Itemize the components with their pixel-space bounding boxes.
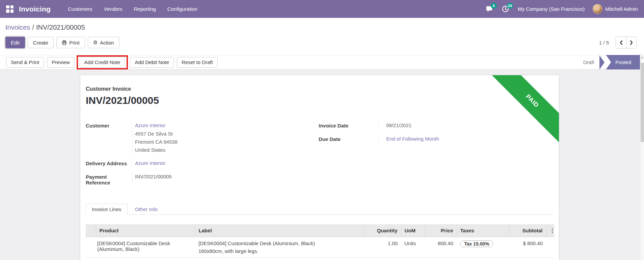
- scrollbar-thumb[interactable]: [641, 63, 644, 142]
- invoice-date-label: Invoice Date: [319, 122, 378, 128]
- taxes-column-header[interactable]: Taxes: [457, 224, 509, 237]
- edit-button[interactable]: Edit: [5, 37, 25, 48]
- customer-field: Customer Azure Interior 4557 De Silva St…: [86, 122, 319, 154]
- invoice-fields: Customer Azure Interior 4557 De Silva St…: [86, 122, 554, 192]
- payment-reference-value: INV/2021/00005: [132, 174, 319, 185]
- due-date-label: Due Date: [319, 136, 378, 142]
- app-name[interactable]: Invoicing: [19, 5, 51, 13]
- address-line: Fremont CA 94538: [135, 138, 319, 146]
- customer-link[interactable]: Azure Interior: [135, 122, 165, 128]
- print-label: Print: [69, 40, 80, 46]
- delivery-address-label: Delivery Address: [86, 160, 132, 166]
- product-column-header[interactable]: Product: [96, 224, 195, 237]
- preview-button[interactable]: Preview: [47, 57, 74, 68]
- breadcrumb: Invoices/INV/2021/00005: [5, 24, 638, 31]
- nav-item-customers[interactable]: Customers: [62, 0, 98, 18]
- fields-right-column: Invoice Date 09/21/2021 Due Date End of …: [319, 122, 554, 192]
- status-arrow-icon: [599, 55, 605, 69]
- page-background: PAID Customer Invoice INV/2021/00005 Cus…: [0, 69, 644, 260]
- pager: 1 / 5: [599, 36, 638, 49]
- invoice-lines-table: Product Label Quantity UoM Price Taxes S…: [86, 224, 554, 258]
- print-button[interactable]: Print: [56, 37, 85, 48]
- price-column-header[interactable]: Price: [425, 224, 457, 237]
- payment-reference-field: Payment Reference INV/2021/00005: [86, 174, 319, 185]
- top-navbar: Invoicing Customers Vendors Reporting Co…: [0, 0, 644, 18]
- tab-other-info[interactable]: Other Info: [129, 204, 164, 215]
- send-print-button[interactable]: Send & Print: [6, 57, 44, 68]
- quantity-column-header[interactable]: Quantity: [364, 224, 401, 237]
- add-debit-note-button[interactable]: Add Debit Note: [130, 57, 174, 68]
- breadcrumb-invoices-link[interactable]: Invoices: [5, 24, 30, 31]
- row-handle-cell: [86, 237, 96, 258]
- pager-next-button[interactable]: [626, 37, 636, 48]
- reset-to-draft-button[interactable]: Reset to Draft: [177, 57, 218, 68]
- pager-previous-button[interactable]: [616, 37, 626, 48]
- activities-badge: 24: [507, 3, 513, 9]
- apps-menu-icon[interactable]: [6, 5, 14, 13]
- uom-column-header[interactable]: UoM: [401, 224, 425, 237]
- create-button[interactable]: Create: [28, 37, 54, 48]
- invoice-sheet: PAID Customer Invoice INV/2021/00005 Cus…: [80, 75, 559, 260]
- delivery-address-field: Delivery Address Azure Interior: [86, 160, 319, 166]
- gear-icon: ⚙: [93, 39, 98, 46]
- customer-label: Customer: [86, 122, 132, 154]
- nav-menu: Customers Vendors Reporting Configuratio…: [62, 0, 203, 18]
- address-line: 4557 De Silva St: [135, 130, 319, 138]
- product-cell: [DESK0004] Customizable Desk (Aluminium,…: [96, 237, 195, 258]
- nav-item-reporting[interactable]: Reporting: [128, 0, 162, 18]
- label-line-1: [DESK0004] Customizable Desk (Aluminium,…: [198, 240, 360, 246]
- subtotal-column-header[interactable]: Subtotal: [509, 224, 546, 237]
- company-switcher[interactable]: My Company (San Francisco): [518, 6, 585, 12]
- label-cell: [DESK0004] Customizable Desk (Aluminium,…: [195, 237, 364, 258]
- chevron-left-icon: [619, 40, 623, 45]
- status-posted-badge[interactable]: Posted: [606, 55, 640, 69]
- address-line: United States: [135, 146, 319, 154]
- statusbar: Send & Print Preview Add Credit Note Add…: [0, 55, 640, 69]
- red-annotation-box: Add Credit Note: [77, 55, 128, 69]
- vertical-scrollbar[interactable]: ▲: [640, 54, 644, 260]
- pager-buttons: [616, 36, 637, 49]
- navbar-right: 5 24 My Company (San Francisco) Mitchell…: [485, 4, 638, 14]
- status-widget: Draft Posted: [583, 55, 640, 69]
- tax-badge: Tax 15.00%: [460, 240, 493, 247]
- taxes-cell: Tax 15.00%: [457, 237, 509, 258]
- add-credit-note-button[interactable]: Add Credit Note: [80, 57, 125, 68]
- table-header-row: Product Label Quantity UoM Price Taxes S…: [86, 224, 554, 237]
- messages-badge: 5: [491, 3, 497, 9]
- status-draft[interactable]: Draft: [583, 59, 594, 65]
- label-column-header[interactable]: Label: [195, 224, 364, 237]
- invoice-line-row[interactable]: [DESK0004] Customizable Desk (Aluminium,…: [86, 237, 554, 258]
- chevron-right-icon: [630, 40, 633, 45]
- action-button[interactable]: ⚙ Action: [88, 37, 119, 48]
- label-line-2: 160x80cm, with large legs.: [198, 248, 360, 254]
- user-avatar: [593, 4, 602, 14]
- breadcrumb-separator: /: [30, 24, 36, 31]
- nav-item-configuration[interactable]: Configuration: [162, 0, 203, 18]
- delivery-address-link[interactable]: Azure Interior: [135, 160, 165, 166]
- invoice-date-field: Invoice Date 09/21/2021: [319, 122, 554, 128]
- fields-left-column: Customer Azure Interior 4557 De Silva St…: [86, 122, 319, 192]
- invoice-number: INV/2021/00005: [86, 95, 554, 106]
- tab-invoice-lines[interactable]: Invoice Lines: [86, 204, 128, 215]
- uom-cell: Units: [401, 237, 425, 258]
- action-label: Action: [100, 40, 114, 46]
- customer-address: 4557 De Silva St Fremont CA 94538 United…: [135, 130, 319, 154]
- payment-reference-label: Payment Reference: [86, 174, 132, 185]
- user-menu[interactable]: Mitchell Admin: [593, 4, 638, 14]
- nav-item-vendors[interactable]: Vendors: [98, 0, 128, 18]
- user-name: Mitchell Admin: [605, 6, 638, 12]
- invoice-date-value: 09/21/2021: [378, 122, 554, 128]
- optional-columns-icon[interactable]: ⋮: [546, 224, 554, 237]
- breadcrumb-current: INV/2021/00005: [36, 24, 85, 31]
- scroll-up-icon[interactable]: ▲: [640, 54, 644, 59]
- control-panel: Invoices/INV/2021/00005 Edit Create Prin…: [0, 18, 644, 55]
- due-date-link[interactable]: End of Following Month: [386, 136, 439, 142]
- toolbar: Edit Create Print ⚙ Action 1 / 5: [5, 36, 638, 49]
- notebook-tabs: Invoice Lines Other Info: [86, 204, 554, 215]
- price-cell: 800.40: [425, 237, 457, 258]
- due-date-field: Due Date End of Following Month: [319, 136, 554, 142]
- document-type-label: Customer Invoice: [86, 86, 554, 92]
- activities-icon[interactable]: 24: [502, 5, 510, 13]
- handle-column-header: [86, 224, 96, 237]
- messages-icon[interactable]: 5: [485, 5, 493, 13]
